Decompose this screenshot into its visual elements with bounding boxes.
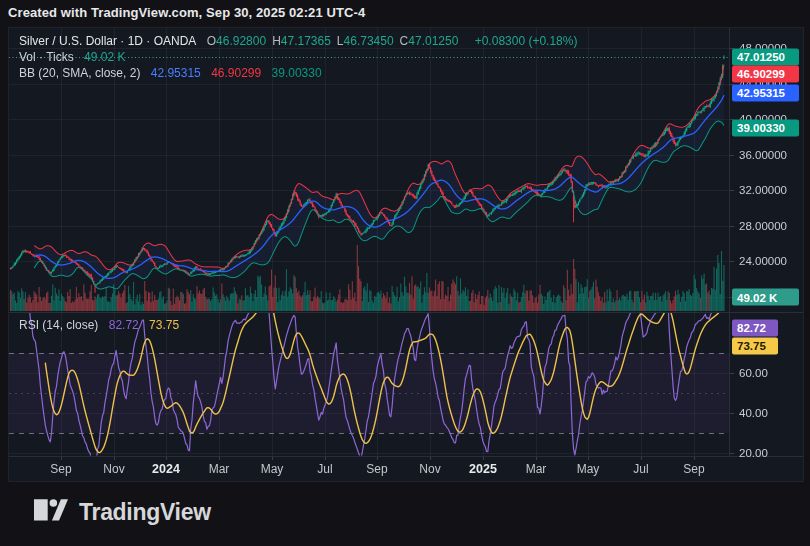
volume-badge: 49.02 K (732, 289, 799, 306)
rsi-legend: RSI (14, close) 82.72 73.75 (19, 318, 186, 332)
price-axis-label: 36.00000 (739, 149, 787, 161)
time-axis-month-label: Nov (419, 462, 440, 476)
bollinger-legend-label: BB (20, SMA, close, 2) (19, 66, 140, 80)
credit-text: Created with TradingView.com, Sep 30, 20… (8, 5, 365, 20)
volume-legend-value: 49.02 K (84, 50, 125, 64)
ohlc-label: C (400, 34, 409, 48)
time-axis-month-label: Sep (366, 462, 387, 476)
price-chart-canvas[interactable] (9, 28, 803, 481)
bb-lower-value: 39.00330 (272, 66, 322, 80)
time-axis-month-label: Sep (50, 462, 71, 476)
price-badge: 39.00330 (732, 119, 799, 136)
volume-legend: Vol · Ticks 49.02 K (19, 50, 132, 64)
page: { "header": { "credit": "Created with Tr… (0, 0, 810, 546)
ohlc-value: 47.17365 (281, 34, 331, 48)
time-axis-month-label: May (577, 462, 600, 476)
ohlc-value: 46.92800 (216, 34, 266, 48)
tradingview-brand-text[interactable]: TradingView (79, 499, 211, 526)
price-change: +0.08300 (+0.18%) (475, 34, 578, 48)
time-axis-month-label: Jul (317, 462, 332, 476)
footer: TradingView (34, 499, 211, 526)
rsi-badge: 73.75 (732, 337, 778, 354)
time-axis-month-label: Mar (209, 462, 230, 476)
tradingview-logo-icon[interactable] (34, 499, 68, 526)
time-axis-year-label: 2024 (152, 462, 180, 476)
price-axis-label: 32.00000 (739, 184, 787, 196)
ohlc-value: 47.01250 (408, 34, 458, 48)
price-badge: 47.01250 (732, 48, 799, 65)
rsi-ma-value: 73.75 (149, 318, 179, 332)
symbol-legend: Silver / U.S. Dollar · 1D · OANDA O46.92… (19, 34, 584, 48)
price-axis[interactable]: 48.0000044.0000040.0000036.0000032.00000… (729, 28, 802, 456)
time-axis[interactable]: SepNov2024MarMayJulSepNov2025MarMayJulSe… (9, 456, 803, 481)
ohlc-value: 46.73450 (344, 34, 394, 48)
ohlc-label: O (207, 34, 216, 48)
chart-container: Silver / U.S. Dollar · 1D · OANDA O46.92… (8, 27, 804, 482)
price-badge: 46.90299 (732, 65, 799, 82)
symbol-title[interactable]: Silver / U.S. Dollar · 1D · OANDA (19, 34, 196, 48)
ohlc-label: H (272, 34, 281, 48)
rsi-value: 82.72 (109, 318, 139, 332)
rsi-legend-label: RSI (14, close) (19, 318, 98, 332)
rsi-axis-label: 40.00 (739, 407, 768, 419)
ohlc-label: L (337, 34, 344, 48)
time-axis-month-label: Nov (103, 462, 124, 476)
time-axis-month-label: May (261, 462, 284, 476)
price-badge: 42.95315 (732, 84, 799, 101)
time-axis-month-label: Jul (633, 462, 648, 476)
time-axis-month-label: Mar (526, 462, 547, 476)
price-axis-label: 24.00000 (739, 255, 787, 267)
time-axis-month-label: Sep (683, 462, 704, 476)
ohlc-values: O46.92800H47.17365L46.73450C47.01250 (207, 34, 465, 48)
bollinger-legend: BB (20, SMA, close, 2) 42.95315 46.90299… (19, 66, 329, 80)
volume-legend-label: Vol · Ticks (19, 50, 74, 64)
rsi-axis-label: 60.00 (739, 367, 768, 379)
price-axis-label: 28.00000 (739, 220, 787, 232)
bb-basis-value: 42.95315 (151, 66, 201, 80)
time-axis-year-label: 2025 (469, 462, 497, 476)
bb-upper-value: 46.90299 (211, 66, 261, 80)
rsi-badge: 82.72 (732, 319, 778, 336)
